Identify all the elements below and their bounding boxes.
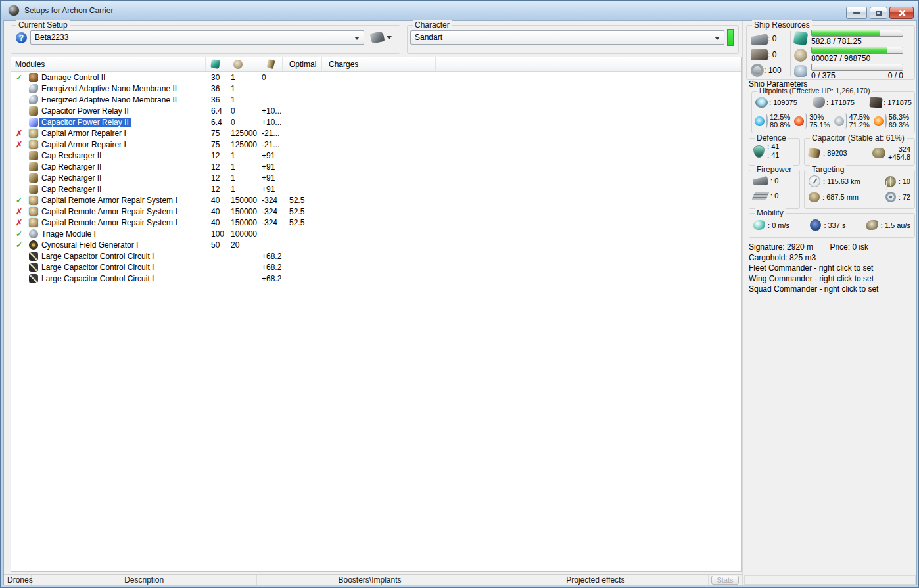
column-header-charges[interactable]: Charges <box>322 57 436 71</box>
shield-hp-icon <box>755 97 768 108</box>
shield-hp-value: 109375 <box>769 99 811 106</box>
modules-table-header: Modules Optimal Charges <box>11 57 741 72</box>
fit-status-icon: ✓ <box>11 240 27 250</box>
module-cpu-value: 75 <box>206 140 227 149</box>
thermal-armor-resist: 75.1% <box>809 121 830 129</box>
module-row[interactable]: ✗ Capital Remote Armor Repair System I 4… <box>11 206 741 217</box>
character-select[interactable]: Sandart <box>410 30 724 45</box>
module-name: Capital Remote Armor Repair System I <box>39 196 179 205</box>
module-row[interactable]: ✗ Capital Remote Armor Repair System I 4… <box>11 217 741 228</box>
tools-menu-caret-icon[interactable] <box>387 36 392 39</box>
module-icon <box>27 196 39 205</box>
module-row[interactable]: ✓ Capital Remote Armor Repair System I 4… <box>11 194 741 206</box>
description-panel-header[interactable]: Description <box>32 575 257 585</box>
module-row[interactable]: ✗ Capital Armor Repairer I 75 125000 -21… <box>11 127 741 139</box>
module-cap-value: -324 <box>258 218 283 227</box>
missile-dps: 0 <box>753 192 778 200</box>
drone-bar <box>811 64 903 71</box>
column-header-powergrid[interactable] <box>227 57 258 71</box>
drone-bandwidth-text: 0 / 0 <box>888 71 903 80</box>
module-optimal-value: 52.5 <box>283 196 322 205</box>
module-cap-value: +68.2 <box>258 274 283 283</box>
capacitor-label: Capacitor (Stable at: 61%) <box>810 133 907 143</box>
module-grid-value: 150000 <box>227 218 258 227</box>
module-row[interactable]: ✓ Triage Module I 100 100000 <box>11 228 741 239</box>
squad-commander-text[interactable]: Squad Commander - right click to set <box>749 284 878 294</box>
turret-dps: 0 <box>753 175 778 185</box>
module-row[interactable]: Capacitor Power Relay II 6.4 0 +10... <box>11 116 741 127</box>
launcher-slots: 0 <box>751 47 789 62</box>
module-optimal-value: 52.5 <box>283 218 322 227</box>
defence-label: Defence <box>755 133 788 143</box>
drones-panel-header[interactable]: Drones <box>4 575 32 585</box>
ship-resources-label: Ship Resources <box>752 20 812 30</box>
close-button[interactable] <box>889 7 914 19</box>
window-title: Setups for Archon Carrier <box>24 6 113 15</box>
defence-top-value: 41 <box>767 143 779 151</box>
module-grid-value: 1 <box>227 84 258 93</box>
fleet-commander-text[interactable]: Fleet Commander - right click to set <box>749 263 878 273</box>
column-header-optimal[interactable]: Optimal <box>283 57 322 71</box>
module-row[interactable]: Capacitor Power Relay II 6.4 0 +10... <box>11 105 741 116</box>
module-cpu-value: 6.4 <box>206 106 227 116</box>
maximize-button[interactable] <box>870 7 887 19</box>
module-row[interactable]: Cap Recharger II 12 1 +91 <box>11 161 741 172</box>
module-row[interactable]: Cap Recharger II 12 1 +91 <box>11 172 741 183</box>
module-cpu-value: 40 <box>206 207 227 216</box>
module-row[interactable]: Large Capacitor Control Circuit I +68.2 <box>11 250 741 261</box>
module-row[interactable]: Large Capacitor Control Circuit I +68.2 <box>11 261 741 273</box>
setup-select[interactable]: Beta2233 <box>30 30 364 45</box>
module-icon <box>27 240 39 250</box>
module-icon <box>27 95 39 104</box>
projected-effects-panel-header[interactable]: Projected effects <box>483 575 709 585</box>
module-icon <box>27 162 39 171</box>
help-icon[interactable] <box>16 32 27 43</box>
module-row[interactable]: ✓ Cynosural Field Generator I 50 20 <box>11 239 741 250</box>
module-cap-value: 0 <box>258 73 283 82</box>
kinetic-resist: 47.5%71.2% <box>834 113 874 129</box>
firepower-label: Firepower <box>755 165 793 174</box>
boosters-implants-panel-header[interactable]: Boosters\Implants <box>257 575 483 585</box>
module-cpu-value: 50 <box>206 240 227 250</box>
defence-shield-icon <box>753 145 765 158</box>
module-grid-value: 1 <box>227 95 258 104</box>
bottom-panels-strip: Drones Description Boosters\Implants Pro… <box>4 574 742 585</box>
hitpoints-group: Hitpoints (Effective HP: 1,266,170) 1093… <box>751 91 915 133</box>
turret-slots: 0 <box>751 31 789 47</box>
module-row[interactable]: Large Capacitor Control Circuit I +68.2 <box>11 273 741 284</box>
column-header-modules[interactable]: Modules <box>11 57 206 71</box>
fit-status-icon: ✗ <box>11 218 27 227</box>
wing-commander-text[interactable]: Wing Commander - right click to set <box>749 273 878 284</box>
titlebar[interactable]: Setups for Archon Carrier <box>1 1 918 20</box>
column-header-cpu[interactable] <box>206 57 227 71</box>
module-rows: ✓ Damage Control II 30 1 0 Energized Ada… <box>11 72 741 284</box>
powergrid-usage-text: 800027 / 968750 <box>811 54 903 63</box>
module-name: Cap Recharger II <box>39 185 103 194</box>
fit-status-icon: ✗ <box>11 207 27 216</box>
minimize-button[interactable] <box>846 7 867 19</box>
missile-dps-value: 0 <box>770 192 778 200</box>
targeting-group: Targeting 115.63 km 10 687.5 mm 72 <box>804 170 915 209</box>
column-header-capacitor[interactable] <box>258 57 283 71</box>
kinetic-resist-icon <box>834 116 844 126</box>
module-row[interactable]: Energized Adaptive Nano Membrane II 36 1 <box>11 94 741 105</box>
module-grid-value: 150000 <box>227 207 258 216</box>
fit-status-icon: ✓ <box>11 229 27 238</box>
column-header-filler <box>436 57 741 71</box>
calibration-icon <box>751 64 764 77</box>
defence-bottom-value: 41 <box>767 151 779 160</box>
mobility-group: Mobility 0 m/s 337 s 1.5 au/s <box>749 213 915 238</box>
module-name: Large Capacitor Control Circuit I <box>39 252 156 261</box>
cpu-icon <box>210 59 220 69</box>
module-name: Capital Armor Repairer I <box>39 129 128 138</box>
module-grid-value: 150000 <box>227 196 258 205</box>
stats-button[interactable]: Stats <box>711 576 739 585</box>
module-row[interactable]: Cap Recharger II 12 1 +91 <box>11 150 741 161</box>
capacitor-group: Capacitor (Stable at: 61%) 89203 - 324 +… <box>804 138 915 166</box>
module-row[interactable]: Energized Adaptive Nano Membrane II 36 1 <box>11 83 741 94</box>
module-row[interactable]: Cap Recharger II 12 1 +91 <box>11 183 741 194</box>
module-row[interactable]: ✗ Capital Armor Repairer I 75 125000 -21… <box>11 139 741 150</box>
module-row[interactable]: ✓ Damage Control II 30 1 0 <box>11 72 741 83</box>
module-grid-value: 125000 <box>227 140 258 149</box>
align-time-icon <box>810 219 821 231</box>
